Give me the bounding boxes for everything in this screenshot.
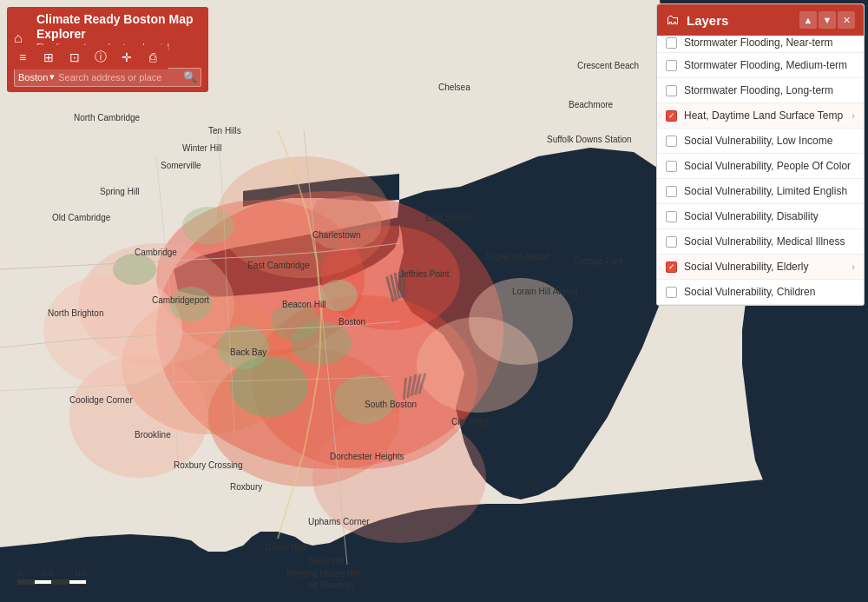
layer-label-social-people-of-color: Social Vulnerability, People Of Color [684, 160, 855, 172]
scale-seg-3 [52, 579, 69, 585]
svg-point-19 [319, 280, 358, 311]
layer-checkbox-stormwater-medium[interactable] [666, 60, 677, 71]
search-button[interactable]: 🔍 [183, 70, 197, 83]
layer-checkbox-social-limited-english[interactable] [666, 186, 677, 197]
svg-point-20 [334, 375, 395, 424]
layer-label-social-low-income: Social Vulnerability, Low Income [684, 135, 855, 147]
layer-checkbox-social-disability[interactable] [666, 211, 677, 222]
layer-label-social-medical: Social Vulnerability, Medical Illness [684, 235, 855, 248]
svg-point-22 [113, 254, 156, 285]
scale-seg-2 [34, 579, 52, 585]
layer-item-heat-daytime[interactable]: Heat, Daytime Land Surface Temp› [657, 103, 864, 129]
layer-chevron-social-elderly: › [852, 261, 855, 272]
svg-point-18 [271, 302, 319, 341]
scale-label-0: 0 [17, 569, 22, 578]
scale-label-half: 0.5 [43, 569, 54, 578]
layer-chevron-heat-daytime: › [852, 110, 855, 121]
layer-label-heat-daytime: Heat, Daytime Land Surface Temp [684, 109, 845, 122]
tools-button[interactable]: ✛ [118, 49, 135, 66]
layer-item-social-low-income[interactable]: Social Vulnerability, Low Income [657, 129, 864, 154]
layer-checkbox-social-medical[interactable] [666, 236, 677, 248]
scale-seg-1 [17, 579, 34, 585]
layers-icon: 🗂 [666, 12, 680, 28]
layers-title: Layers [687, 13, 728, 28]
svg-point-21 [182, 207, 234, 245]
layer-item-stormwater-medium[interactable]: Stormwater Flooding, Medium-term [657, 53, 864, 78]
layer-checkbox-social-children[interactable] [666, 287, 677, 298]
layers-down-button[interactable]: ▼ [819, 11, 836, 29]
layer-label-social-limited-english: Social Vulnerability, Limited English [684, 185, 855, 197]
layer-label-social-children: Social Vulnerability, Children [684, 286, 855, 298]
layer-item-stormwater-near-cut[interactable]: Stormwater Flooding, Near-term [657, 36, 864, 53]
layers-list: Stormwater Flooding, Near-term [657, 36, 864, 53]
layer-label-social-elderly: Social Vulnerability, Elderly [684, 261, 845, 273]
layer-label-social-disability: Social Vulnerability, Disability [684, 210, 855, 222]
layers-close-button[interactable]: ✕ [838, 11, 855, 29]
layers-panel: 🗂 Layers ▲ ▼ ✕ Stormwater Flooding, Near… [656, 3, 865, 306]
dropdown-label: Boston [18, 72, 48, 83]
layers-panel-header: 🗂 Layers ▲ ▼ ✕ [657, 4, 864, 36]
layer-item-social-limited-english[interactable]: Social Vulnerability, Limited English [657, 179, 864, 204]
layer-item-stormwater-long[interactable]: Stormwater Flooding, Long-term [657, 78, 864, 103]
layer-checkbox-near[interactable] [666, 37, 677, 49]
layer-item-social-elderly[interactable]: Social Vulnerability, Elderly› [657, 255, 864, 280]
layer-checkbox-social-people-of-color[interactable] [666, 161, 677, 172]
svg-point-17 [169, 287, 213, 321]
layer-item-social-people-of-color[interactable]: Social Vulnerability, People Of Color [657, 154, 864, 179]
layer-label-stormwater-medium: Stormwater Flooding, Medium-term [684, 59, 855, 71]
scale-graphic [17, 579, 87, 585]
home-button[interactable]: ⌂ [14, 30, 31, 46]
print-button[interactable]: ⎙ [144, 49, 161, 66]
layer-label-near: Stormwater Flooding, Near-term [684, 36, 832, 49]
scale-bar: 0 0.5 1mi [17, 569, 87, 585]
layer-item-social-children[interactable]: Social Vulnerability, Children [657, 280, 864, 305]
layer-item-social-medical[interactable]: Social Vulnerability, Medical Illness [657, 229, 864, 255]
grid-button[interactable]: ⊡ [66, 49, 83, 66]
toolbar: ≡ ⊞ ⊡ ⓘ ✛ ⎙ [7, 45, 168, 69]
scale-labels: 0 0.5 1mi [17, 569, 87, 578]
layer-checkbox-stormwater-long[interactable] [666, 85, 677, 96]
layer-checkbox-heat-daytime[interactable] [666, 110, 677, 122]
map-container[interactable]: ChelseaCrescent BeachBeachmoreNorth Camb… [0, 0, 868, 602]
layer-checkbox-social-low-income[interactable] [666, 136, 677, 147]
scale-label-1: 1mi [74, 569, 87, 578]
layers-up-button[interactable]: ▲ [799, 11, 817, 29]
menu-button[interactable]: ≡ [14, 49, 31, 66]
app-title: Climate Ready Boston Map Explorer [36, 12, 201, 42]
info-button[interactable]: ⓘ [92, 49, 109, 66]
search-input[interactable] [55, 70, 183, 84]
svg-point-11 [43, 274, 182, 387]
svg-point-13 [469, 278, 573, 365]
layer-item-social-disability[interactable]: Social Vulnerability, Disability [657, 204, 864, 229]
layers-list-main: Stormwater Flooding, Medium-termStormwat… [657, 53, 864, 305]
layer-label-stormwater-long: Stormwater Flooding, Long-term [684, 84, 855, 96]
search-dropdown[interactable]: Boston ▾ [18, 71, 55, 83]
scale-seg-4 [69, 579, 87, 585]
basemap-button[interactable]: ⊞ [40, 49, 57, 66]
layer-checkbox-social-elderly[interactable] [666, 261, 677, 273]
